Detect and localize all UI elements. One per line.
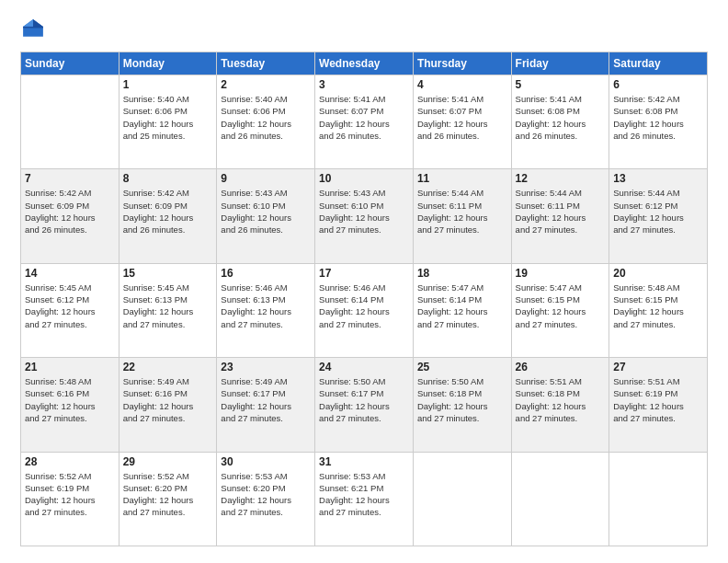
- day-number: 19: [516, 267, 606, 280]
- day-number: 10: [319, 172, 409, 185]
- calendar-cell: 3Sunrise: 5:41 AM Sunset: 6:07 PM Daylig…: [315, 75, 414, 169]
- logo-icon: [20, 17, 46, 42]
- day-number: 8: [123, 172, 213, 185]
- day-info: Sunrise: 5:44 AM Sunset: 6:11 PM Dayligh…: [516, 187, 606, 236]
- weekday-header: Monday: [119, 52, 217, 75]
- day-info: Sunrise: 5:52 AM Sunset: 6:19 PM Dayligh…: [25, 470, 115, 519]
- day-info: Sunrise: 5:47 AM Sunset: 6:15 PM Dayligh…: [516, 282, 606, 330]
- day-info: Sunrise: 5:53 AM Sunset: 6:21 PM Dayligh…: [319, 470, 409, 519]
- day-number: 6: [613, 78, 703, 91]
- day-info: Sunrise: 5:48 AM Sunset: 6:15 PM Dayligh…: [613, 282, 703, 330]
- calendar-cell: 11Sunrise: 5:44 AM Sunset: 6:11 PM Dayli…: [413, 169, 511, 263]
- calendar-cell: 29Sunrise: 5:52 AM Sunset: 6:20 PM Dayli…: [119, 452, 217, 546]
- day-info: Sunrise: 5:53 AM Sunset: 6:20 PM Dayligh…: [221, 470, 311, 519]
- day-info: Sunrise: 5:41 AM Sunset: 6:07 PM Dayligh…: [417, 93, 507, 142]
- calendar-cell: 19Sunrise: 5:47 AM Sunset: 6:15 PM Dayli…: [511, 263, 609, 357]
- day-number: 15: [123, 267, 213, 280]
- calendar-cell: 28Sunrise: 5:52 AM Sunset: 6:19 PM Dayli…: [21, 452, 119, 546]
- calendar-cell: [511, 452, 609, 546]
- calendar-cell: 8Sunrise: 5:42 AM Sunset: 6:09 PM Daylig…: [119, 169, 217, 263]
- day-number: 16: [221, 267, 311, 280]
- calendar-cell: 16Sunrise: 5:46 AM Sunset: 6:13 PM Dayli…: [217, 263, 315, 357]
- calendar-cell: 4Sunrise: 5:41 AM Sunset: 6:07 PM Daylig…: [413, 75, 511, 169]
- day-info: Sunrise: 5:52 AM Sunset: 6:20 PM Dayligh…: [123, 470, 213, 519]
- day-info: Sunrise: 5:44 AM Sunset: 6:12 PM Dayligh…: [613, 187, 703, 236]
- svg-marker-1: [33, 19, 43, 27]
- day-number: 28: [25, 455, 115, 468]
- weekday-header-row: SundayMondayTuesdayWednesdayThursdayFrid…: [21, 52, 708, 75]
- day-number: 9: [221, 172, 311, 185]
- day-info: Sunrise: 5:43 AM Sunset: 6:10 PM Dayligh…: [319, 187, 409, 236]
- calendar-table: SundayMondayTuesdayWednesdayThursdayFrid…: [20, 52, 708, 546]
- weekday-header: Tuesday: [217, 52, 315, 75]
- day-number: 23: [221, 361, 311, 373]
- calendar-cell: [609, 452, 708, 546]
- calendar-cell: 13Sunrise: 5:44 AM Sunset: 6:12 PM Dayli…: [609, 169, 708, 263]
- day-number: 12: [516, 172, 606, 185]
- calendar-cell: 24Sunrise: 5:50 AM Sunset: 6:17 PM Dayli…: [315, 358, 414, 452]
- day-number: 29: [123, 455, 213, 468]
- weekday-header: Friday: [511, 52, 609, 75]
- calendar-week-row: 21Sunrise: 5:48 AM Sunset: 6:16 PM Dayli…: [21, 358, 708, 452]
- calendar-cell: 6Sunrise: 5:42 AM Sunset: 6:08 PM Daylig…: [609, 75, 708, 169]
- calendar-cell: [21, 75, 119, 169]
- day-info: Sunrise: 5:45 AM Sunset: 6:12 PM Dayligh…: [25, 282, 115, 330]
- calendar-cell: 27Sunrise: 5:51 AM Sunset: 6:19 PM Dayli…: [609, 358, 708, 452]
- day-info: Sunrise: 5:42 AM Sunset: 6:08 PM Dayligh…: [613, 93, 703, 142]
- day-info: Sunrise: 5:45 AM Sunset: 6:13 PM Dayligh…: [123, 282, 213, 330]
- day-info: Sunrise: 5:50 AM Sunset: 6:18 PM Dayligh…: [417, 375, 507, 424]
- calendar-cell: 25Sunrise: 5:50 AM Sunset: 6:18 PM Dayli…: [413, 358, 511, 452]
- day-info: Sunrise: 5:48 AM Sunset: 6:16 PM Dayligh…: [25, 375, 115, 424]
- calendar-cell: 5Sunrise: 5:41 AM Sunset: 6:08 PM Daylig…: [511, 75, 609, 169]
- day-info: Sunrise: 5:49 AM Sunset: 6:17 PM Dayligh…: [221, 375, 311, 424]
- calendar-cell: [413, 452, 511, 546]
- logo: [20, 17, 50, 42]
- calendar-week-row: 1Sunrise: 5:40 AM Sunset: 6:06 PM Daylig…: [21, 75, 708, 169]
- day-info: Sunrise: 5:49 AM Sunset: 6:16 PM Dayligh…: [123, 375, 213, 424]
- calendar-cell: 14Sunrise: 5:45 AM Sunset: 6:12 PM Dayli…: [21, 263, 119, 357]
- header: [20, 17, 708, 42]
- day-info: Sunrise: 5:40 AM Sunset: 6:06 PM Dayligh…: [221, 93, 311, 142]
- weekday-header: Wednesday: [315, 52, 414, 75]
- day-number: 4: [417, 78, 507, 91]
- day-number: 20: [613, 267, 703, 280]
- calendar-cell: 20Sunrise: 5:48 AM Sunset: 6:15 PM Dayli…: [609, 263, 708, 357]
- weekday-header: Thursday: [413, 52, 511, 75]
- svg-marker-2: [23, 19, 33, 27]
- day-info: Sunrise: 5:46 AM Sunset: 6:13 PM Dayligh…: [221, 282, 311, 330]
- calendar-cell: 10Sunrise: 5:43 AM Sunset: 6:10 PM Dayli…: [315, 169, 414, 263]
- svg-rect-3: [23, 27, 43, 29]
- day-number: 1: [123, 78, 213, 91]
- weekday-header: Sunday: [21, 52, 119, 75]
- day-number: 7: [25, 172, 115, 185]
- day-info: Sunrise: 5:51 AM Sunset: 6:19 PM Dayligh…: [613, 375, 703, 424]
- calendar-cell: 1Sunrise: 5:40 AM Sunset: 6:06 PM Daylig…: [119, 75, 217, 169]
- day-number: 17: [319, 267, 409, 280]
- day-number: 27: [613, 361, 703, 373]
- day-number: 31: [319, 455, 409, 468]
- day-number: 21: [25, 361, 115, 373]
- day-info: Sunrise: 5:40 AM Sunset: 6:06 PM Dayligh…: [123, 93, 213, 142]
- calendar-cell: 18Sunrise: 5:47 AM Sunset: 6:14 PM Dayli…: [413, 263, 511, 357]
- calendar-cell: 15Sunrise: 5:45 AM Sunset: 6:13 PM Dayli…: [119, 263, 217, 357]
- day-number: 24: [319, 361, 409, 373]
- day-number: 14: [25, 267, 115, 280]
- calendar-cell: 23Sunrise: 5:49 AM Sunset: 6:17 PM Dayli…: [217, 358, 315, 452]
- day-info: Sunrise: 5:41 AM Sunset: 6:07 PM Dayligh…: [319, 93, 409, 142]
- calendar-week-row: 14Sunrise: 5:45 AM Sunset: 6:12 PM Dayli…: [21, 263, 708, 357]
- page: SundayMondayTuesdayWednesdayThursdayFrid…: [0, 0, 728, 563]
- day-info: Sunrise: 5:47 AM Sunset: 6:14 PM Dayligh…: [417, 282, 507, 330]
- calendar-week-row: 7Sunrise: 5:42 AM Sunset: 6:09 PM Daylig…: [21, 169, 708, 263]
- calendar-cell: 31Sunrise: 5:53 AM Sunset: 6:21 PM Dayli…: [315, 452, 414, 546]
- calendar-cell: 30Sunrise: 5:53 AM Sunset: 6:20 PM Dayli…: [217, 452, 315, 546]
- calendar-cell: 2Sunrise: 5:40 AM Sunset: 6:06 PM Daylig…: [217, 75, 315, 169]
- day-number: 26: [516, 361, 606, 373]
- day-info: Sunrise: 5:44 AM Sunset: 6:11 PM Dayligh…: [417, 187, 507, 236]
- day-number: 13: [613, 172, 703, 185]
- day-number: 3: [319, 78, 409, 91]
- day-number: 30: [221, 455, 311, 468]
- day-number: 22: [123, 361, 213, 373]
- calendar-week-row: 28Sunrise: 5:52 AM Sunset: 6:19 PM Dayli…: [21, 452, 708, 546]
- calendar-cell: 12Sunrise: 5:44 AM Sunset: 6:11 PM Dayli…: [511, 169, 609, 263]
- calendar-cell: 22Sunrise: 5:49 AM Sunset: 6:16 PM Dayli…: [119, 358, 217, 452]
